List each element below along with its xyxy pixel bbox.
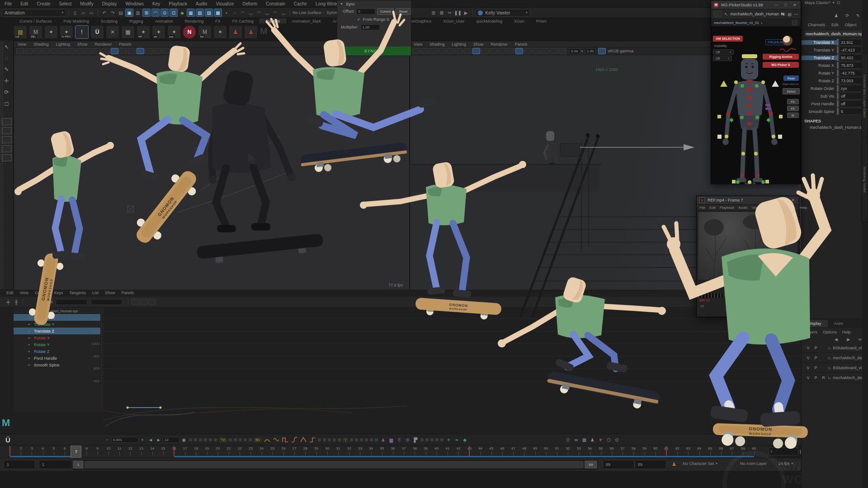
layer-playback-toggle[interactable]: P: [813, 356, 819, 360]
workspace-selector[interactable]: Maya Classic* ▾ ⊡: [805, 0, 840, 5]
viewport-tool-icon[interactable]: [94, 48, 101, 54]
viewport-tool-icon[interactable]: [507, 48, 514, 54]
animbot-icon[interactable]: [249, 438, 252, 441]
status-icon[interactable]: ⊙: [160, 9, 169, 17]
frame-all-icon[interactable]: [131, 299, 139, 305]
viewport-tool-icon[interactable]: [171, 48, 179, 54]
shelf-tab[interactable]: Poly Modeling: [58, 19, 95, 23]
channel-box-object-name[interactable]: mechaMech_dash_Human:spine: [803, 30, 862, 38]
status-icon[interactable]: ⊞: [142, 9, 151, 17]
animation-end-field[interactable]: 69: [635, 460, 666, 469]
tangent-preset-icon[interactable]: [282, 436, 289, 443]
menu-item[interactable]: Create: [37, 1, 50, 6]
menu-item[interactable]: Deform: [242, 1, 257, 6]
graph-editor-menu-item[interactable]: Curves: [35, 291, 48, 295]
display-layer-row[interactable]: V P ◺ BSkateboard_v00: [802, 343, 868, 353]
animbot-icon[interactable]: [350, 438, 353, 441]
picker-canvas[interactable]: OM SELECTION Visibility Off▾ Off▾ FRUHLI…: [711, 27, 801, 184]
animbot-icon[interactable]: [323, 438, 326, 441]
viewport-tool-icon[interactable]: [179, 48, 187, 54]
save-scene-icon[interactable]: ▭: [88, 9, 95, 16]
animbot-icon[interactable]: [365, 438, 368, 441]
layer-menu-item[interactable]: Help: [842, 330, 851, 334]
teal-diamond-icon[interactable]: ◆: [461, 436, 468, 443]
channel-value-field[interactable]: zyx: [840, 85, 862, 92]
maximize-icon[interactable]: □: [783, 3, 789, 7]
picker-tab[interactable]: mechaMech_flourish_v1_01: [714, 21, 759, 25]
animbot-icon[interactable]: [234, 438, 237, 441]
status-icon[interactable]: ⊡: [170, 9, 178, 17]
shelf-button[interactable]: ✦: [213, 25, 227, 39]
menu-item[interactable]: Edit: [20, 1, 28, 6]
picker-search-icon[interactable]: ◎: [788, 12, 792, 17]
status-icon[interactable]: ▩: [214, 9, 222, 17]
menu-item[interactable]: Cache: [294, 1, 307, 6]
favorite-icon[interactable]: ♥: [597, 436, 604, 443]
select-set-icon[interactable]: ▛: [412, 436, 419, 443]
viewport-tool-icon[interactable]: [162, 48, 170, 54]
viewport-tool-icon[interactable]: [481, 48, 489, 54]
shelf-tab[interactable]: XGen: [508, 19, 530, 23]
status-icon[interactable]: ▪: [223, 9, 230, 16]
ghosting-icon[interactable]: ⊕: [404, 436, 411, 443]
shelf-button[interactable]: ▦: [121, 25, 135, 39]
character-set-dropdown[interactable]: No Character Set▾: [683, 461, 717, 466]
center-view-icon[interactable]: [148, 299, 156, 305]
viewport-menu-item[interactable]: Panels: [119, 42, 132, 47]
open-scene-icon[interactable]: ▱: [80, 9, 87, 16]
status-icon[interactable]: ↷: [109, 9, 116, 16]
tab-display[interactable]: Display: [802, 320, 828, 327]
viewport-tool-icon[interactable]: [68, 48, 75, 54]
viewport-tool-icon[interactable]: [438, 48, 446, 54]
animbot-v-button[interactable]: V: [343, 438, 348, 442]
menu-item[interactable]: Display: [102, 1, 117, 6]
sheet-icon[interactable]: ▦: [580, 436, 588, 443]
stats-value-field[interactable]: [91, 299, 123, 305]
viewport-tool-icon[interactable]: [498, 48, 506, 54]
synced-status-button[interactable]: SYNCED: [337, 47, 411, 56]
playback-start-field[interactable]: 1: [39, 460, 72, 469]
viewport-tool-icon[interactable]: [490, 48, 497, 54]
channel-value-field[interactable]: 73.003: [840, 77, 862, 84]
viewport-menu-item[interactable]: Lighting: [452, 42, 466, 47]
picker-character-icon[interactable]: [714, 11, 722, 17]
menu-item[interactable]: Select: [59, 1, 71, 6]
viewport-tool-icon[interactable]: [111, 48, 118, 54]
status-icon[interactable]: ◡: [247, 9, 255, 16]
animbot-icon[interactable]: [204, 438, 207, 441]
frame-playback-icon[interactable]: [140, 299, 147, 305]
panel-grip[interactable]: [0, 42, 3, 289]
menu-item[interactable]: Modify: [80, 1, 93, 6]
status-icon[interactable]: ◠: [255, 9, 263, 16]
search-tool-icon[interactable]: ⊙: [613, 436, 620, 443]
animbot-icon[interactable]: [194, 438, 197, 441]
layer-menu-item[interactable]: Layers: [805, 330, 817, 334]
animbot-icon[interactable]: [430, 438, 434, 441]
power-icon[interactable]: ◉: [180, 436, 188, 443]
shelf-button[interactable]: N: [183, 25, 196, 39]
move-layer-up-icon[interactable]: ◀|: [833, 336, 840, 343]
shelf-button[interactable]: M Set: [198, 25, 212, 39]
layer-visibility-toggle[interactable]: V: [805, 375, 811, 380]
pdplayer-menu-item[interactable]: Tools: [787, 206, 796, 210]
channel-value-field[interactable]: 5: [840, 108, 862, 115]
multiplier-field[interactable]: 1.00: [361, 24, 380, 30]
nudge-value-field[interactable]: 0.001: [111, 437, 138, 443]
viewport-tool-icon[interactable]: [464, 48, 472, 54]
viewport-tool-icon[interactable]: [550, 48, 557, 54]
shelf-tab[interactable]: Sculpting: [95, 19, 123, 23]
channel-row[interactable]: Rotate Z 73.003: [802, 77, 862, 84]
viewport-tool-icon[interactable]: [33, 48, 41, 54]
next-frame-button[interactable]: ►: [155, 436, 162, 443]
minimize-icon[interactable]: —: [772, 198, 778, 202]
grid-toggle-icon[interactable]: ⊞: [430, 9, 437, 16]
animbot-icon[interactable]: [209, 438, 212, 441]
animbot-icon[interactable]: [425, 438, 429, 441]
pdplayer-menu-item[interactable]: Edit: [709, 206, 716, 210]
pdplayer-menu-item[interactable]: Bookmarks: [765, 206, 783, 210]
layer-playback-toggle[interactable]: P: [813, 366, 819, 370]
status-icon[interactable]: ▫: [231, 9, 238, 16]
pdplayer-timeline[interactable]: [698, 293, 797, 298]
status-icon[interactable]: ◡: [280, 9, 287, 16]
channel-row[interactable]: Rotate Order zyx: [802, 84, 862, 92]
